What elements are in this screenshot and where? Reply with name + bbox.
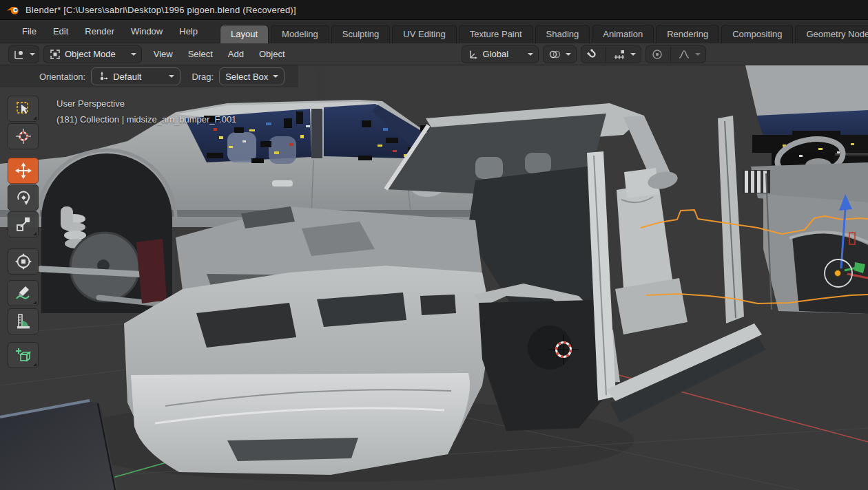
drag-dropdown[interactable]: Select Box <box>219 67 285 85</box>
chevron-down-icon <box>169 75 174 78</box>
tab-uv-editing[interactable]: UV Editing <box>392 25 456 43</box>
annotate-icon <box>14 284 32 302</box>
chevron-down-icon <box>131 53 136 56</box>
workspace-tabs: Layout Modeling Sculpting UV Editing Tex… <box>220 20 868 43</box>
viewport-header: Object Mode View Select Add Object Globa… <box>0 43 868 65</box>
drag-value: Select Box <box>225 72 268 82</box>
tab-sculpting[interactable]: Sculpting <box>331 25 390 43</box>
orientation-gizmo-icon <box>467 48 479 61</box>
title-bar: Blender* [C:\Users\sabri\Desktop\1996 pi… <box>0 0 868 20</box>
tool-move[interactable] <box>8 158 39 184</box>
tool-transform[interactable] <box>8 248 39 275</box>
pivot-point-dropdown[interactable] <box>543 45 577 63</box>
orientation-global-label: Global <box>483 49 509 59</box>
transform-icon <box>14 253 32 270</box>
orientation-label: Orientation: <box>39 72 85 82</box>
chevron-down-icon <box>528 53 533 56</box>
submenu-indicator <box>33 232 37 235</box>
divider <box>606 47 606 62</box>
tool-measure[interactable] <box>8 308 39 334</box>
tab-shading[interactable]: Shading <box>535 25 590 43</box>
tab-modeling[interactable]: Modeling <box>271 25 329 43</box>
menu-object[interactable]: Object <box>251 46 293 62</box>
orientation-dropdown[interactable]: Default <box>91 67 180 85</box>
tab-animation[interactable]: Animation <box>592 25 654 43</box>
tool-settings-bar: Orientation: Default Drag: Select Box <box>0 65 298 87</box>
move-icon <box>14 162 32 180</box>
blender-window: { "window": { "title": "Blender* [C:\\Us… <box>0 0 868 490</box>
snap-controls[interactable] <box>581 45 641 63</box>
tab-layout[interactable]: Layout <box>220 25 269 43</box>
proportional-edit-icon <box>651 48 663 61</box>
gizmo-center-dot <box>835 270 841 277</box>
tool-select-box[interactable] <box>8 96 39 122</box>
blender-logo-icon <box>6 5 20 15</box>
proportional-edit-controls[interactable] <box>645 45 706 63</box>
chevron-down-icon <box>695 53 701 56</box>
mode-label: Object Mode <box>65 49 116 59</box>
tool-scale[interactable] <box>8 211 39 237</box>
editor-type-button[interactable] <box>8 45 39 63</box>
chevron-down-icon <box>630 53 636 56</box>
object-mode-icon <box>49 48 61 61</box>
rotate-icon <box>14 189 32 206</box>
topbar: File Edit Render Window Help Layout Mode… <box>0 20 868 43</box>
menu-file[interactable]: File <box>14 23 45 39</box>
mode-selector[interactable]: Object Mode <box>43 45 142 63</box>
add-cube-icon <box>14 346 32 364</box>
tab-rendering[interactable]: Rendering <box>656 25 719 43</box>
chevron-down-icon <box>566 53 571 56</box>
menu-help[interactable]: Help <box>171 23 206 39</box>
monitor-prop[interactable] <box>0 401 117 490</box>
divider <box>670 47 671 62</box>
tab-compositing[interactable]: Compositing <box>721 25 793 43</box>
pivot-icon <box>548 48 561 61</box>
submenu-indicator <box>33 116 37 120</box>
submenu-indicator <box>33 301 37 304</box>
tool-add-cube[interactable] <box>8 342 39 368</box>
falloff-curve-icon <box>678 48 690 61</box>
chevron-down-icon <box>273 75 278 78</box>
tool-rotate[interactable] <box>8 184 39 211</box>
measure-icon <box>14 312 32 330</box>
scale-icon <box>14 215 32 233</box>
cursor-icon <box>14 127 32 145</box>
tab-geometry-nodes[interactable]: Geometry Nodes <box>795 25 868 43</box>
tool-cursor[interactable] <box>8 123 39 149</box>
menu-edit[interactable]: Edit <box>45 23 76 39</box>
snap-increment-icon <box>613 48 626 61</box>
transform-orientation-dropdown[interactable]: Global <box>462 45 539 63</box>
menu-select[interactable]: Select <box>180 46 220 62</box>
menu-add[interactable]: Add <box>220 46 251 62</box>
window-title: Blender* [C:\Users\sabri\Desktop\1996 pi… <box>25 5 296 15</box>
drag-label: Drag: <box>192 72 214 82</box>
chevron-down-icon <box>30 53 35 56</box>
orientation-value: Default <box>113 72 141 82</box>
tab-texture-paint[interactable]: Texture Paint <box>459 25 533 43</box>
editor-3d-viewport-icon <box>12 48 25 61</box>
tool-annotate[interactable] <box>8 280 39 306</box>
submenu-indicator <box>33 363 37 366</box>
viewport-canvas[interactable] <box>0 65 868 490</box>
menu-render[interactable]: Render <box>76 23 123 39</box>
axis-origin-icon <box>97 70 110 83</box>
menu-window[interactable]: Window <box>123 23 171 39</box>
select-box-icon <box>14 100 32 118</box>
menu-view[interactable]: View <box>146 46 180 62</box>
magnet-icon <box>586 48 599 61</box>
